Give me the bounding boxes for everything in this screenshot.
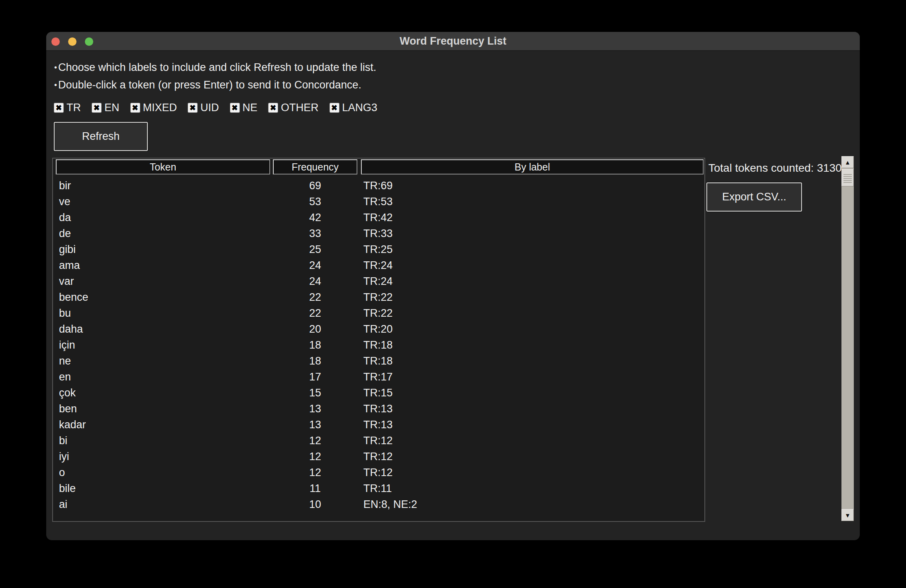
- table-row[interactable]: bence 22 TR:22: [53, 289, 704, 305]
- filter-row: ✖ TR ✖ EN ✖ MIXED ✖ UID ✖ NE ✖ OTHER ✖ L…: [54, 100, 377, 115]
- refresh-button[interactable]: Refresh: [54, 122, 148, 151]
- cell-frequency: 11: [273, 482, 357, 495]
- close-button[interactable]: [51, 37, 60, 46]
- table-row[interactable]: bu 22 TR:22: [53, 305, 704, 321]
- cell-by-label: EN:8, NE:2: [363, 498, 417, 511]
- cell-token: için: [59, 339, 75, 351]
- cell-by-label: TR:11: [363, 482, 392, 495]
- cell-by-label: TR:18: [363, 339, 393, 351]
- table-row[interactable]: da 42 TR:42: [53, 210, 704, 225]
- cell-token: de: [59, 227, 71, 240]
- cell-token: da: [59, 212, 71, 224]
- cell-frequency: 22: [273, 291, 357, 304]
- checkbox-icon: ✖: [188, 103, 197, 112]
- table-row[interactable]: kadar 13 TR:13: [53, 417, 704, 433]
- cell-by-label: TR:42: [363, 212, 393, 224]
- cell-by-label: TR:17: [363, 371, 393, 383]
- cell-by-label: TR:24: [363, 275, 393, 288]
- scrollbar-grip-icon: [843, 174, 852, 183]
- table-row[interactable]: daha 20 TR:20: [53, 321, 704, 337]
- cell-token: ben: [59, 403, 77, 415]
- column-header-token[interactable]: Token: [56, 159, 270, 174]
- checkbox-icon: ✖: [269, 103, 278, 112]
- table-row[interactable]: için 18 TR:18: [53, 337, 704, 353]
- cell-frequency: 17: [273, 371, 357, 383]
- cell-frequency: 13: [273, 403, 357, 415]
- filter-label: OTHER: [281, 102, 319, 114]
- filter-checkbox-lang3[interactable]: ✖ LANG3: [330, 102, 378, 114]
- cell-token: bir: [59, 180, 71, 192]
- filter-label: EN: [104, 102, 120, 114]
- column-header-frequency[interactable]: Frequency: [273, 159, 357, 174]
- table-row[interactable]: iyi 12 TR:12: [53, 449, 704, 465]
- filter-checkbox-other[interactable]: ✖ OTHER: [269, 102, 319, 114]
- table-row[interactable]: ne 18 TR:18: [53, 353, 704, 369]
- frequency-table: Token Frequency By label bir 69 TR:69 ve…: [52, 158, 705, 522]
- table-row[interactable]: var 24 TR:24: [53, 273, 704, 289]
- table-row[interactable]: ben 13 TR:13: [53, 401, 704, 417]
- filter-label: UID: [200, 102, 219, 114]
- vertical-scrollbar[interactable]: ▲ ▼: [841, 156, 854, 521]
- filter-checkbox-mixed[interactable]: ✖ MIXED: [131, 102, 177, 114]
- cell-by-label: TR:53: [363, 196, 393, 208]
- cell-frequency: 24: [273, 259, 357, 272]
- minimize-button[interactable]: [68, 37, 76, 46]
- cell-by-label: TR:12: [363, 451, 393, 463]
- table-row[interactable]: bir 69 TR:69: [53, 178, 704, 194]
- cell-frequency: 69: [273, 180, 357, 192]
- table-row[interactable]: o 12 TR:12: [53, 465, 704, 480]
- cell-token: ama: [59, 259, 80, 272]
- cell-frequency: 13: [273, 419, 357, 431]
- app-window: Word Frequency List • Choose which label…: [46, 32, 860, 540]
- table-row[interactable]: ama 24 TR:24: [53, 257, 704, 273]
- checkbox-icon: ✖: [330, 103, 339, 112]
- filter-checkbox-ne[interactable]: ✖ NE: [230, 102, 258, 114]
- bullet-icon: •: [54, 80, 57, 90]
- cell-token: bu: [59, 307, 71, 319]
- cell-frequency: 12: [273, 466, 357, 479]
- cell-token: kadar: [59, 419, 86, 431]
- cell-by-label: TR:18: [363, 355, 393, 367]
- checkbox-icon: ✖: [54, 103, 63, 112]
- total-tokens-label: Total tokens counted: 3130: [708, 162, 842, 174]
- table-row[interactable]: ai 10 EN:8, NE:2: [53, 496, 704, 512]
- cell-frequency: 24: [273, 275, 357, 288]
- cell-token: bile: [59, 482, 76, 495]
- checkbox-icon: ✖: [92, 103, 101, 112]
- table-body: bir 69 TR:69 ve 53 TR:53 da 42 TR:42 de …: [53, 178, 704, 521]
- cell-frequency: 12: [273, 451, 357, 463]
- table-row[interactable]: bile 11 TR:11: [53, 480, 704, 496]
- export-csv-button[interactable]: Export CSV...: [706, 182, 802, 212]
- scroll-down-arrow-icon[interactable]: ▼: [841, 509, 854, 521]
- cell-frequency: 20: [273, 323, 357, 335]
- checkbox-icon: ✖: [230, 103, 239, 112]
- cell-token: ne: [59, 355, 71, 367]
- filter-label: MIXED: [143, 102, 177, 114]
- table-row[interactable]: gibi 25 TR:25: [53, 241, 704, 257]
- filter-label: LANG3: [342, 102, 378, 114]
- table-row[interactable]: ve 53 TR:53: [53, 194, 704, 210]
- filter-checkbox-uid[interactable]: ✖ UID: [188, 102, 219, 114]
- cell-frequency: 18: [273, 339, 357, 351]
- instruction-line-1: • Choose which labels to include and cli…: [54, 61, 376, 74]
- cell-by-label: TR:12: [363, 466, 393, 479]
- zoom-button[interactable]: [85, 37, 93, 46]
- filter-checkbox-en[interactable]: ✖ EN: [92, 102, 120, 114]
- filter-checkbox-tr[interactable]: ✖ TR: [54, 102, 81, 114]
- cell-by-label: TR:25: [363, 243, 393, 256]
- title-bar[interactable]: Word Frequency List: [46, 32, 860, 51]
- table-row[interactable]: bi 12 TR:12: [53, 433, 704, 449]
- scrollbar-thumb[interactable]: [841, 169, 854, 186]
- cell-frequency: 22: [273, 307, 357, 319]
- cell-by-label: TR:13: [363, 403, 393, 415]
- cell-by-label: TR:33: [363, 227, 393, 240]
- table-row[interactable]: de 33 TR:33: [53, 225, 704, 241]
- column-header-by-label[interactable]: By label: [361, 159, 704, 174]
- cell-by-label: TR:69: [363, 180, 393, 192]
- table-row[interactable]: en 17 TR:17: [53, 369, 704, 385]
- scroll-up-arrow-icon[interactable]: ▲: [841, 156, 854, 168]
- cell-by-label: TR:13: [363, 419, 393, 431]
- cell-token: var: [59, 275, 74, 288]
- table-row[interactable]: çok 15 TR:15: [53, 385, 704, 401]
- cell-frequency: 15: [273, 387, 357, 399]
